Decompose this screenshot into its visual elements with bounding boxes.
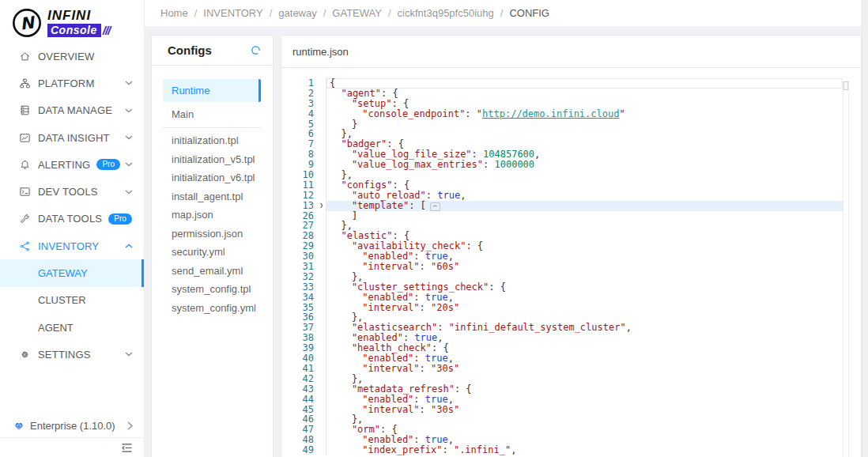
line-number[interactable]: 7 (281, 139, 326, 149)
fold-collapsed-icon[interactable]: ❯ (319, 201, 323, 211)
chevron-down-icon (125, 162, 133, 167)
line-number[interactable]: 32 (281, 272, 326, 282)
configs-panel-title: Configs (168, 43, 212, 57)
sidebar-item-dev-tools[interactable]: DEV TOOLS (0, 178, 144, 205)
line-number[interactable]: 1 (281, 78, 326, 89)
code-line-4[interactable]: 4"console_endpoint": "http://demo.infini… (281, 109, 843, 119)
chevron-down-icon (125, 135, 133, 140)
chevron-down-icon (125, 81, 133, 85)
enterprise-version-button[interactable]: Enterprise (1.10.0) (0, 414, 144, 437)
line-number[interactable]: 41 (281, 364, 326, 374)
config-file-security.yml[interactable]: security.yml (152, 243, 273, 262)
code-line-45[interactable]: 45"interval": "30s" (281, 405, 843, 415)
sidebar-item-data-insight[interactable]: DATA INSIGHT (0, 124, 144, 151)
config-file-map.json[interactable]: map.json (152, 206, 273, 225)
share-icon (19, 240, 31, 252)
database-icon (19, 104, 31, 116)
line-number[interactable]: 40 (281, 353, 326, 364)
line-number[interactable]: 5 (281, 119, 326, 130)
code-line-41[interactable]: 41"interval": "30s" (281, 364, 843, 374)
sidebar-subitem-label: AGENT (38, 322, 74, 334)
line-number[interactable]: 11 (281, 180, 326, 191)
editor-scrollbar-thumb[interactable] (843, 81, 848, 90)
sidebar-item-alerting[interactable]: ALERTINGPro (0, 151, 144, 178)
tool-icon (19, 213, 31, 225)
page-scrollbar[interactable] (862, 0, 868, 457)
line-number[interactable]: 43 (281, 384, 326, 395)
config-file-permission.json[interactable]: permission.json (152, 225, 273, 244)
sidebar-menu: OVERVIEWPLATFORMDATA MANAGEDATA INSIGHTA… (0, 43, 144, 368)
config-file-system_config.yml[interactable]: system_config.yml (152, 299, 273, 318)
line-number[interactable]: 33 (281, 282, 326, 293)
app-logo[interactable]: N INFINI Console /// (0, 0, 144, 43)
platform-icon (19, 77, 31, 89)
breadcrumb-separator: / (388, 7, 391, 19)
config-file-send_email.yml[interactable]: send_email.yml (152, 262, 273, 281)
config-file-initialization.tpl[interactable]: initialization.tpl (152, 131, 273, 150)
code-line-49[interactable]: 49"index_prefix": ".infini_", (281, 445, 843, 455)
chevron-up-icon (125, 244, 133, 248)
code-line-5[interactable]: 5} (281, 119, 843, 130)
sidebar-subitem-agent[interactable]: AGENT (0, 314, 144, 341)
svg-text:N: N (19, 13, 37, 34)
sidebar-item-label: DATA MANAGE (38, 104, 112, 116)
code-line-9[interactable]: 9"value_log_max_entries": 1000000 (281, 160, 843, 170)
sidebar-item-platform[interactable]: PLATFORM (0, 70, 144, 96)
chevron-down-icon (125, 352, 133, 357)
line-number[interactable]: 13❯ (281, 201, 326, 211)
configs-list: RuntimeMaininitialization.tplinitializat… (152, 66, 273, 317)
line-number[interactable]: 3 (281, 99, 326, 109)
line-number[interactable]: 4 (281, 109, 326, 119)
home-icon (19, 51, 31, 62)
config-file-initialization_v6.tpl[interactable]: initialization_v6.tpl (152, 168, 273, 187)
url-link[interactable]: http://demo.infini.cloud (482, 108, 619, 119)
line-number[interactable]: 44 (281, 395, 326, 405)
editor-panel: runtime.json 1{2"agent": {3"setup": {4"c… (281, 35, 862, 457)
config-file-initialization_v5.tpl[interactable]: initialization_v5.tpl (152, 150, 273, 169)
config-file-system_config.tpl[interactable]: system_config.tpl (152, 280, 273, 299)
enterprise-version-label: Enterprise (1.10.0) (30, 420, 115, 432)
line-number[interactable]: 2 (281, 89, 326, 99)
breadcrumb-separator: / (194, 7, 198, 19)
sidebar-item-data-manage[interactable]: DATA MANAGE (0, 97, 144, 124)
code-line-35[interactable]: 35"interval": "20s" (281, 303, 843, 313)
editor-scrollbar[interactable] (843, 81, 849, 457)
gear-icon (19, 349, 31, 361)
sidebar-item-data-tools[interactable]: DATA TOOLSPro (0, 206, 144, 232)
sidebar-subitem-cluster[interactable]: CLUSTER (0, 287, 144, 314)
line-number[interactable]: 6 (281, 129, 326, 139)
sidebar-item-label: PLATFORM (38, 77, 94, 89)
config-file-install_agent.tpl[interactable]: install_agent.tpl (152, 187, 273, 206)
line-number[interactable]: 42 (281, 374, 326, 384)
line-number[interactable]: 12 (281, 191, 326, 201)
sidebar-subitem-gateway[interactable]: GATEWAY (0, 259, 144, 286)
terminal-icon (19, 186, 31, 198)
code-line-13[interactable]: 13❯"template": [⋯ (281, 201, 843, 211)
sidebar-item-label: DEV TOOLS (38, 186, 98, 198)
sidebar-item-label: DATA TOOLS (38, 213, 102, 225)
breadcrumb-item[interactable]: gateway (278, 7, 316, 19)
chevron-down-icon (125, 108, 133, 113)
folded-region-widget[interactable]: ⋯ (430, 202, 440, 211)
reload-icon[interactable] (250, 44, 262, 56)
code-line-26[interactable]: 26] (281, 211, 843, 221)
line-number[interactable]: 49 (281, 445, 326, 455)
sidebar-item-label: DATA INSIGHT (38, 132, 110, 144)
line-number[interactable]: 34 (281, 293, 326, 303)
breadcrumb-item[interactable]: cickfnt3q95pfc50iuhg (398, 7, 494, 19)
breadcrumb-item[interactable]: INVENTORY (203, 7, 262, 19)
line-number[interactable]: 10 (281, 170, 326, 180)
menu-fold-icon[interactable] (120, 441, 134, 455)
config-item-runtime[interactable]: Runtime (163, 79, 261, 102)
code-line-31[interactable]: 31"interval": "60s" (281, 262, 843, 272)
breadcrumb-item[interactable]: GATEWAY (332, 7, 382, 19)
pro-badge: Pro (96, 159, 120, 170)
sidebar-item-overview[interactable]: OVERVIEW (0, 43, 144, 70)
sidebar-item-settings[interactable]: SETTINGS (0, 341, 144, 368)
line-number[interactable]: 8 (281, 149, 326, 160)
config-item-main[interactable]: Main (163, 103, 261, 126)
line-number[interactable]: 31 (281, 262, 326, 272)
breadcrumb-item[interactable]: Home (160, 7, 188, 19)
sidebar-item-inventory[interactable]: INVENTORY (0, 232, 144, 259)
code-editor[interactable]: 1{2"agent": {3"setup": {4"console_endpoi… (281, 68, 861, 457)
